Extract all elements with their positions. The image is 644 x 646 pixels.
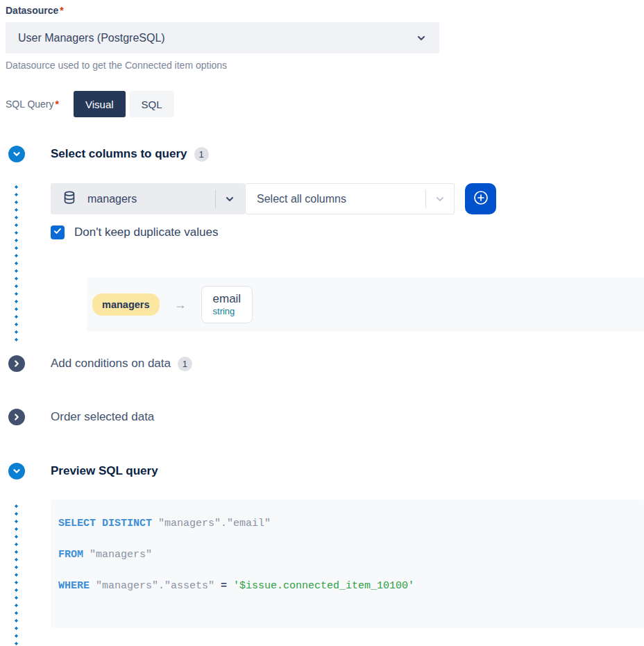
sql-operator: = <box>221 579 227 593</box>
columns-select[interactable]: Select all columns <box>245 183 455 214</box>
datasource-select[interactable]: User Managers (PostgreSQL) <box>6 22 439 53</box>
divider <box>215 190 216 208</box>
chevron-down-circle-icon[interactable] <box>8 463 25 479</box>
column-card: email string <box>201 286 253 323</box>
plus-circle-icon <box>473 189 489 208</box>
sql-identifier: "managers"."assets" <box>96 579 214 593</box>
dedupe-checkbox-row: Don't keep duplicate values <box>51 226 644 239</box>
section-header-order[interactable]: Order selected data <box>6 409 644 425</box>
tab-visual[interactable]: Visual <box>74 91 126 117</box>
select-columns-section-body: managers Select all columns <box>6 183 644 332</box>
add-table-button[interactable] <box>465 183 496 214</box>
database-icon <box>62 190 77 208</box>
chevron-down-icon <box>416 33 427 44</box>
datasource-label-text: Datasource <box>6 5 58 16</box>
sql-query-toggle-row: SQL Query* Visual SQL <box>6 91 644 117</box>
datasource-selected-value: User Managers (PostgreSQL) <box>18 32 165 44</box>
sql-line: SELECT DISTINCT "managers"."email" <box>58 516 644 531</box>
section-title-order: Order selected data <box>51 410 154 424</box>
table-tag: managers <box>92 294 160 316</box>
dedupe-checkbox-label: Don't keep duplicate values <box>74 226 218 239</box>
query-builder-form: Datasource* User Managers (PostgreSQL) D… <box>0 0 644 646</box>
sql-preview-panel: SELECT DISTINCT "managers"."email" FROM … <box>51 500 644 628</box>
section-title-select-columns: Select columns to query <box>51 147 187 161</box>
column-name: email <box>213 291 242 306</box>
required-asterisk: * <box>56 99 59 110</box>
sql-identifier: "managers"."email" <box>158 516 271 531</box>
required-asterisk: * <box>60 5 63 16</box>
chevron-down-circle-icon[interactable] <box>8 146 25 162</box>
column-mapping-preview: managers → email string <box>87 278 644 332</box>
datasource-label: Datasource* <box>6 5 644 16</box>
sql-string-literal: '$issue.connected_item_10100' <box>233 579 414 593</box>
column-type: string <box>213 306 242 317</box>
columns-select-placeholder: Select all columns <box>257 193 346 205</box>
check-icon <box>53 226 62 239</box>
table-select[interactable]: managers <box>51 183 245 214</box>
table-column-selector-row: managers Select all columns <box>51 183 644 214</box>
section-title-conditions: Add conditions on data <box>51 357 171 371</box>
sql-identifier: "managers" <box>90 547 152 562</box>
tab-sql[interactable]: SQL <box>130 91 174 117</box>
table-select-value: managers <box>87 193 137 205</box>
section-badge-count: 1 <box>194 147 209 162</box>
dedupe-checkbox[interactable] <box>51 226 65 239</box>
divider <box>425 190 426 208</box>
sql-keyword: WHERE <box>58 579 90 593</box>
sql-line: FROM "managers" <box>58 547 644 562</box>
section-header-select-columns[interactable]: Select columns to query 1 <box>6 146 644 162</box>
sql-query-label: SQL Query* <box>6 99 59 110</box>
arrow-right-icon: → <box>174 298 187 312</box>
chevron-down-icon <box>224 194 235 205</box>
sql-query-label-text: SQL Query <box>6 99 54 110</box>
sql-keyword: SELECT DISTINCT <box>58 516 152 531</box>
sql-line: WHERE "managers"."assets" = '$issue.conn… <box>58 579 644 593</box>
section-title-preview-sql: Preview SQL query <box>51 464 158 478</box>
datasource-help-text: Datasource used to get the Connected ite… <box>6 60 644 71</box>
chevron-right-circle-icon[interactable] <box>8 355 25 372</box>
section-header-preview-sql[interactable]: Preview SQL query <box>6 463 644 479</box>
section-header-conditions[interactable]: Add conditions on data 1 <box>6 355 644 372</box>
chevron-down-icon <box>434 194 446 205</box>
preview-sql-section-body: SELECT DISTINCT "managers"."email" FROM … <box>6 500 644 628</box>
sql-keyword: FROM <box>58 547 83 562</box>
section-badge-count: 1 <box>178 357 192 371</box>
chevron-right-circle-icon[interactable] <box>8 409 25 425</box>
